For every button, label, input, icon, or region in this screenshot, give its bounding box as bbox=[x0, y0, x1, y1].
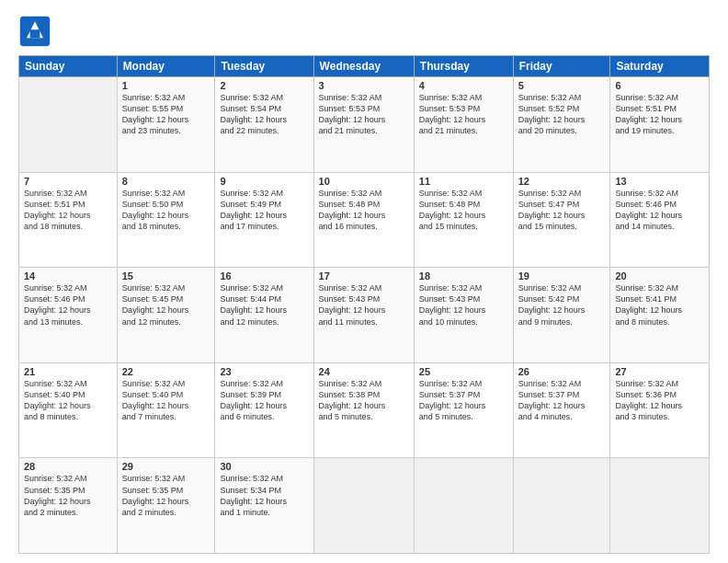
day-info: Sunrise: 5:32 AM Sunset: 5:55 PM Dayligh… bbox=[122, 92, 210, 137]
day-number: 14 bbox=[24, 270, 112, 282]
day-info: Sunrise: 5:32 AM Sunset: 5:53 PM Dayligh… bbox=[419, 92, 508, 137]
day-info: Sunrise: 5:32 AM Sunset: 5:51 PM Dayligh… bbox=[615, 92, 704, 137]
header-row bbox=[18, 15, 710, 48]
day-number: 3 bbox=[319, 80, 409, 91]
day-info: Sunrise: 5:32 AM Sunset: 5:44 PM Dayligh… bbox=[220, 282, 308, 327]
calendar-cell: 15Sunrise: 5:32 AM Sunset: 5:45 PM Dayli… bbox=[117, 268, 215, 363]
day-number: 7 bbox=[24, 176, 112, 187]
day-number: 27 bbox=[615, 366, 704, 377]
logo-icon bbox=[18, 15, 51, 48]
calendar-cell: 9Sunrise: 5:32 AM Sunset: 5:49 PM Daylig… bbox=[215, 172, 313, 268]
day-info: Sunrise: 5:32 AM Sunset: 5:54 PM Dayligh… bbox=[220, 92, 308, 137]
svg-rect-2 bbox=[30, 29, 40, 38]
calendar-cell bbox=[610, 458, 710, 554]
calendar-cell: 2Sunrise: 5:32 AM Sunset: 5:54 PM Daylig… bbox=[215, 77, 313, 173]
calendar-cell: 4Sunrise: 5:32 AM Sunset: 5:53 PM Daylig… bbox=[414, 77, 513, 173]
calendar-cell bbox=[19, 77, 118, 173]
day-info: Sunrise: 5:32 AM Sunset: 5:42 PM Dayligh… bbox=[518, 282, 606, 327]
day-info: Sunrise: 5:32 AM Sunset: 5:35 PM Dayligh… bbox=[122, 473, 210, 518]
header-row-days: SundayMondayTuesdayWednesdayThursdayFrid… bbox=[19, 56, 710, 77]
calendar-table: SundayMondayTuesdayWednesdayThursdayFrid… bbox=[18, 55, 710, 554]
header-day-thursday: Thursday bbox=[414, 56, 513, 77]
calendar-cell: 18Sunrise: 5:32 AM Sunset: 5:43 PM Dayli… bbox=[414, 268, 513, 363]
day-number: 26 bbox=[518, 366, 606, 377]
calendar-cell: 7Sunrise: 5:32 AM Sunset: 5:51 PM Daylig… bbox=[19, 172, 118, 268]
day-info: Sunrise: 5:32 AM Sunset: 5:48 PM Dayligh… bbox=[419, 188, 508, 233]
day-number: 12 bbox=[518, 176, 606, 187]
day-number: 20 bbox=[615, 270, 704, 282]
header-day-monday: Monday bbox=[117, 56, 215, 77]
day-number: 8 bbox=[122, 176, 210, 187]
calendar-cell: 22Sunrise: 5:32 AM Sunset: 5:40 PM Dayli… bbox=[117, 362, 215, 458]
day-number: 16 bbox=[220, 270, 308, 282]
day-info: Sunrise: 5:32 AM Sunset: 5:52 PM Dayligh… bbox=[518, 92, 606, 137]
calendar-cell bbox=[414, 458, 513, 554]
day-number: 5 bbox=[518, 80, 606, 91]
calendar-cell: 19Sunrise: 5:32 AM Sunset: 5:42 PM Dayli… bbox=[513, 268, 610, 363]
calendar-cell: 16Sunrise: 5:32 AM Sunset: 5:44 PM Dayli… bbox=[215, 268, 313, 363]
week-row-4: 28Sunrise: 5:32 AM Sunset: 5:35 PM Dayli… bbox=[19, 458, 710, 554]
day-number: 1 bbox=[122, 80, 210, 91]
day-info: Sunrise: 5:32 AM Sunset: 5:53 PM Dayligh… bbox=[319, 92, 409, 137]
calendar-cell bbox=[313, 458, 414, 554]
calendar-cell: 27Sunrise: 5:32 AM Sunset: 5:36 PM Dayli… bbox=[610, 362, 710, 458]
calendar-cell: 23Sunrise: 5:32 AM Sunset: 5:39 PM Dayli… bbox=[215, 362, 313, 458]
header-day-friday: Friday bbox=[513, 56, 610, 77]
calendar-cell: 20Sunrise: 5:32 AM Sunset: 5:41 PM Dayli… bbox=[610, 268, 710, 363]
calendar-cell: 12Sunrise: 5:32 AM Sunset: 5:47 PM Dayli… bbox=[513, 172, 610, 268]
day-info: Sunrise: 5:32 AM Sunset: 5:46 PM Dayligh… bbox=[615, 188, 704, 233]
week-row-2: 14Sunrise: 5:32 AM Sunset: 5:46 PM Dayli… bbox=[19, 268, 710, 363]
calendar-cell: 21Sunrise: 5:32 AM Sunset: 5:40 PM Dayli… bbox=[19, 362, 118, 458]
header-day-saturday: Saturday bbox=[610, 56, 710, 77]
day-info: Sunrise: 5:32 AM Sunset: 5:46 PM Dayligh… bbox=[24, 282, 112, 327]
calendar-cell: 8Sunrise: 5:32 AM Sunset: 5:50 PM Daylig… bbox=[117, 172, 215, 268]
day-number: 19 bbox=[518, 270, 606, 282]
calendar-cell: 3Sunrise: 5:32 AM Sunset: 5:53 PM Daylig… bbox=[313, 77, 414, 173]
day-info: Sunrise: 5:32 AM Sunset: 5:49 PM Dayligh… bbox=[220, 188, 308, 233]
day-info: Sunrise: 5:32 AM Sunset: 5:43 PM Dayligh… bbox=[419, 282, 508, 327]
calendar-cell: 14Sunrise: 5:32 AM Sunset: 5:46 PM Dayli… bbox=[19, 268, 118, 363]
week-row-1: 7Sunrise: 5:32 AM Sunset: 5:51 PM Daylig… bbox=[19, 172, 710, 268]
calendar-cell bbox=[513, 458, 610, 554]
day-number: 15 bbox=[122, 270, 210, 282]
week-row-0: 1Sunrise: 5:32 AM Sunset: 5:55 PM Daylig… bbox=[19, 77, 710, 173]
day-info: Sunrise: 5:32 AM Sunset: 5:36 PM Dayligh… bbox=[615, 378, 704, 423]
calendar-cell: 10Sunrise: 5:32 AM Sunset: 5:48 PM Dayli… bbox=[313, 172, 414, 268]
day-number: 28 bbox=[24, 461, 112, 472]
calendar-cell: 29Sunrise: 5:32 AM Sunset: 5:35 PM Dayli… bbox=[117, 458, 215, 554]
day-info: Sunrise: 5:32 AM Sunset: 5:39 PM Dayligh… bbox=[220, 378, 308, 423]
day-info: Sunrise: 5:32 AM Sunset: 5:48 PM Dayligh… bbox=[319, 188, 409, 233]
day-info: Sunrise: 5:32 AM Sunset: 5:37 PM Dayligh… bbox=[419, 378, 508, 423]
day-info: Sunrise: 5:32 AM Sunset: 5:47 PM Dayligh… bbox=[518, 188, 606, 233]
day-number: 9 bbox=[220, 176, 308, 187]
day-info: Sunrise: 5:32 AM Sunset: 5:34 PM Dayligh… bbox=[220, 473, 308, 518]
page: SundayMondayTuesdayWednesdayThursdayFrid… bbox=[0, 0, 728, 563]
day-number: 2 bbox=[220, 80, 308, 91]
day-info: Sunrise: 5:32 AM Sunset: 5:40 PM Dayligh… bbox=[122, 378, 210, 423]
calendar-cell: 17Sunrise: 5:32 AM Sunset: 5:43 PM Dayli… bbox=[313, 268, 414, 363]
calendar-cell: 28Sunrise: 5:32 AM Sunset: 5:35 PM Dayli… bbox=[19, 458, 118, 554]
day-number: 6 bbox=[615, 80, 704, 91]
day-number: 13 bbox=[615, 176, 704, 187]
day-number: 17 bbox=[319, 270, 409, 282]
day-number: 21 bbox=[24, 366, 112, 377]
day-number: 29 bbox=[122, 461, 210, 472]
calendar-cell: 11Sunrise: 5:32 AM Sunset: 5:48 PM Dayli… bbox=[414, 172, 513, 268]
calendar-cell: 5Sunrise: 5:32 AM Sunset: 5:52 PM Daylig… bbox=[513, 77, 610, 173]
day-number: 22 bbox=[122, 366, 210, 377]
day-number: 23 bbox=[220, 366, 308, 377]
day-number: 11 bbox=[419, 176, 508, 187]
day-number: 25 bbox=[419, 366, 508, 377]
day-number: 4 bbox=[419, 80, 508, 91]
calendar-cell: 13Sunrise: 5:32 AM Sunset: 5:46 PM Dayli… bbox=[610, 172, 710, 268]
calendar-cell: 6Sunrise: 5:32 AM Sunset: 5:51 PM Daylig… bbox=[610, 77, 710, 173]
day-number: 10 bbox=[319, 176, 409, 187]
day-info: Sunrise: 5:32 AM Sunset: 5:45 PM Dayligh… bbox=[122, 282, 210, 327]
calendar-cell: 24Sunrise: 5:32 AM Sunset: 5:38 PM Dayli… bbox=[313, 362, 414, 458]
day-info: Sunrise: 5:32 AM Sunset: 5:51 PM Dayligh… bbox=[24, 188, 112, 233]
calendar-cell: 26Sunrise: 5:32 AM Sunset: 5:37 PM Dayli… bbox=[513, 362, 610, 458]
calendar-cell: 30Sunrise: 5:32 AM Sunset: 5:34 PM Dayli… bbox=[215, 458, 313, 554]
week-row-3: 21Sunrise: 5:32 AM Sunset: 5:40 PM Dayli… bbox=[19, 362, 710, 458]
header-day-wednesday: Wednesday bbox=[313, 56, 414, 77]
day-info: Sunrise: 5:32 AM Sunset: 5:40 PM Dayligh… bbox=[24, 378, 112, 423]
